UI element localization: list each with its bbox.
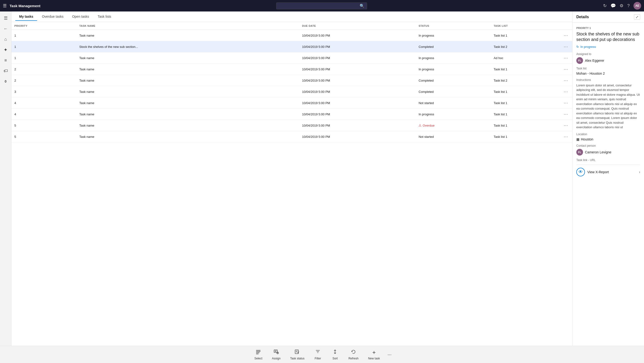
search-input[interactable] — [279, 4, 358, 8]
more-actions-cell[interactable]: ⋯ — [559, 120, 572, 131]
sidebar-item-menu[interactable]: ☰ — [1, 14, 10, 23]
tab-task-lists[interactable]: Task lists — [94, 13, 115, 21]
row-more-button[interactable]: ⋯ — [562, 134, 570, 140]
due-date-cell: 10/04/2019 5:00 PM — [299, 131, 416, 142]
tab-my-tasks[interactable]: My tasks — [15, 13, 37, 21]
sidebar-item-apps[interactable]: ✦ — [1, 45, 10, 55]
task-name-cell: Task name — [76, 64, 299, 75]
task-link-label: Task link - URL — [576, 158, 640, 162]
row-more-button[interactable]: ⋯ — [562, 122, 570, 129]
sidebar-item-home[interactable]: ⌂ — [1, 35, 10, 44]
toolbar-select[interactable]: Select — [250, 347, 267, 362]
detail-priority-label: PRIORITY 1 — [576, 27, 640, 30]
row-more-button[interactable]: ⋯ — [562, 77, 570, 84]
detail-assignee: FL Alex Eggerer — [576, 57, 640, 64]
due-date-cell: 10/04/2019 5:00 PM — [299, 86, 416, 97]
more-actions-cell[interactable]: ⋯ — [559, 97, 572, 109]
contact-person-label: Contact person — [576, 144, 640, 147]
row-more-button[interactable]: ⋯ — [562, 32, 570, 39]
table-row[interactable]: 2 Task name 10/04/2019 5:00 PM In progre… — [12, 64, 572, 75]
more-actions-cell[interactable]: ⋯ — [559, 131, 572, 142]
xreport-arrow-icon: › — [639, 170, 640, 174]
assign-label: Assign — [272, 357, 280, 360]
search-bar[interactable]: 🔍 — [276, 3, 367, 9]
help-button[interactable]: ? — [627, 3, 630, 8]
toolbar-task-status[interactable]: Task status — [285, 347, 309, 362]
priority-cell: 2 — [12, 64, 76, 75]
table-row[interactable]: 1 Stock the shelves of the new sub secti… — [12, 41, 572, 52]
sidebar-item-badge[interactable]: 0 — [1, 77, 10, 86]
toolbar-more-button[interactable]: ··· — [385, 350, 394, 359]
due-date-cell: 10/04/2019 5:00 PM — [299, 41, 416, 52]
top-nav-actions: ↻ 💬 ⚙ ? AE — [603, 2, 641, 10]
more-actions-cell[interactable]: ⋯ — [559, 109, 572, 120]
row-more-button[interactable]: ⋯ — [562, 55, 570, 61]
avatar[interactable]: AE — [634, 2, 641, 10]
row-more-button[interactable]: ⋯ — [562, 66, 570, 72]
task-list-cell: Task list 1 — [491, 30, 559, 41]
status-cell: Completed — [416, 75, 491, 86]
chat-button[interactable]: 💬 — [610, 3, 616, 8]
tab-open-tasks[interactable]: Open tasks — [68, 13, 93, 21]
priority-cell: 2 — [12, 75, 76, 86]
more-actions-cell[interactable]: ⋯ — [559, 52, 572, 64]
filter-label: Filter — [315, 357, 321, 360]
task-name-cell: Task name — [76, 109, 299, 120]
toolbar-new-task[interactable]: + New task — [363, 347, 384, 362]
instructions-label: Instructions — [576, 78, 640, 82]
toolbar-sort[interactable]: Sort — [326, 347, 344, 362]
task-name-cell: Task name — [76, 30, 299, 41]
row-more-button[interactable]: ⋯ — [562, 89, 570, 95]
toolbar-assign[interactable]: Assign — [267, 347, 285, 362]
sort-label: Sort — [332, 357, 338, 360]
more-actions-cell[interactable]: ⋯ — [559, 30, 572, 41]
left-sidebar: ☰ ← ⌂ ✦ ≡ 🏷 0 — [0, 12, 12, 346]
due-date-cell: 10/04/2019 5:00 PM — [299, 30, 416, 41]
hamburger-icon[interactable]: ☰ — [3, 3, 7, 8]
view-xreport-button[interactable]: 👁 View X-Report › — [576, 165, 640, 179]
tab-overdue-tasks[interactable]: Overdue tasks — [38, 13, 67, 21]
contact-name: Cameron Levigne — [585, 150, 612, 154]
sidebar-item-back[interactable]: ← — [1, 24, 10, 34]
toolbar-refresh[interactable]: Refresh — [344, 347, 363, 362]
settings-button[interactable]: ⚙ — [620, 3, 624, 8]
tabs-bar: My tasks Overdue tasks Open tasks Task l… — [12, 12, 572, 22]
details-expand-button[interactable]: ⤢ — [634, 14, 640, 20]
sidebar-item-tasks[interactable]: ≡ — [1, 56, 10, 65]
task-table-container: PRIORITY TASK NAME DUE DATE STATUS TASK … — [12, 22, 572, 346]
table-row[interactable]: 4 Task name 10/04/2019 5:00 PM Not start… — [12, 97, 572, 109]
sidebar-item-bookmarks[interactable]: 🏷 — [1, 66, 10, 76]
table-row[interactable]: 3 Task name 10/04/2019 5:00 PM Completed… — [12, 86, 572, 97]
table-row[interactable]: 1 Task name 10/04/2019 5:00 PM In progre… — [12, 30, 572, 41]
due-date-cell: 10/04/2019 5:00 PM — [299, 52, 416, 64]
more-actions-cell[interactable]: ⋯ — [559, 64, 572, 75]
priority-cell: 5 — [12, 131, 76, 142]
task-list-cell: Task list 1 — [491, 64, 559, 75]
row-more-button[interactable]: ⋯ — [562, 100, 570, 106]
toolbar-filter[interactable]: Filter — [309, 347, 326, 362]
due-date-cell: 10/04/2019 5:00 PM — [299, 120, 416, 131]
table-row[interactable]: 2 Task name 10/04/2019 5:00 PM Completed… — [12, 75, 572, 86]
row-more-button[interactable]: ⋯ — [562, 111, 570, 117]
task-status-icon — [294, 349, 300, 356]
table-row[interactable]: 4 Task name 10/04/2019 5:00 PM In progre… — [12, 109, 572, 120]
assigned-to-label: Assigned to — [576, 52, 640, 56]
more-actions-cell[interactable]: ⋯ — [559, 75, 572, 86]
assignee-avatar: FL — [576, 57, 583, 64]
more-actions-cell[interactable]: ⋯ — [559, 41, 572, 52]
task-list-cell: Task list 2 — [491, 41, 559, 52]
task-list-label: Task list — [576, 67, 640, 70]
details-body: PRIORITY 1 Stock the shelves of the new … — [572, 23, 644, 346]
more-actions-cell[interactable]: ⋯ — [559, 86, 572, 97]
row-more-button[interactable]: ⋯ — [562, 44, 570, 50]
table-row[interactable]: 5 Task name 10/04/2019 5:00 PM Not start… — [12, 131, 572, 142]
badge-number: 0 — [5, 80, 7, 83]
col-task-list: TASK LIST — [491, 22, 559, 30]
sort-icon — [332, 349, 338, 356]
table-row[interactable]: 1 Task name 10/04/2019 5:00 PM In progre… — [12, 52, 572, 64]
refresh-nav-button[interactable]: ↻ — [603, 3, 607, 8]
table-row[interactable]: 5 Task name 10/04/2019 5:00 PM ⚠Overdue … — [12, 120, 572, 131]
col-actions — [559, 22, 572, 30]
task-name-cell: Stock the shelves of the new sub section… — [76, 41, 299, 52]
xreport-label: View X-Report — [587, 170, 639, 174]
